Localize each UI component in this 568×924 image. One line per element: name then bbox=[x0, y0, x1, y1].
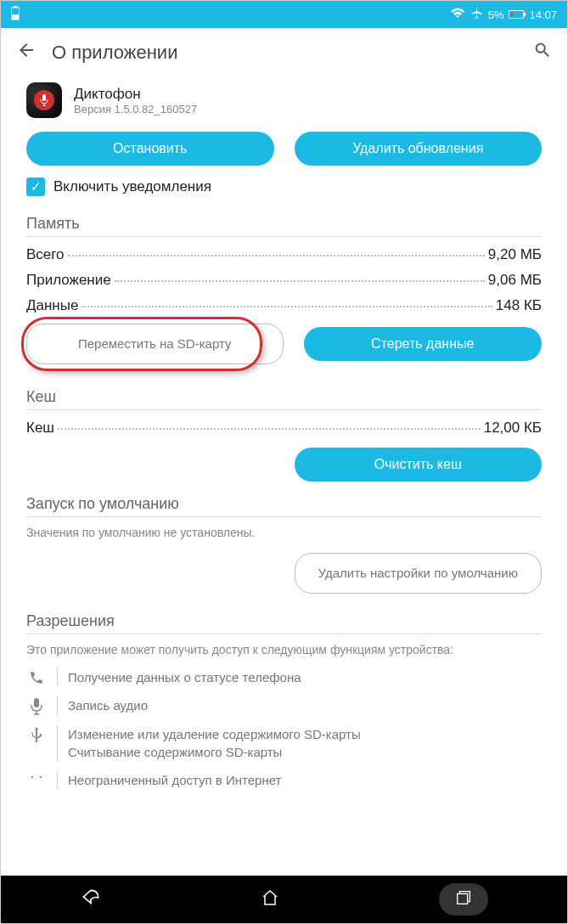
status-time: 14:07 bbox=[529, 8, 557, 21]
battery-percent: 5% bbox=[488, 8, 504, 21]
cache-row: Кеш 12,00 КБ bbox=[26, 415, 542, 441]
svg-rect-2 bbox=[12, 14, 19, 20]
navigation-bar bbox=[1, 876, 567, 923]
svg-rect-3 bbox=[42, 94, 46, 101]
memory-total-row: Всего 9,20 МБ bbox=[26, 242, 542, 268]
app-header: О приложении bbox=[1, 28, 567, 77]
checkbox-icon: ✓ bbox=[26, 177, 45, 196]
uninstall-updates-button[interactable]: Удалить обновления bbox=[295, 132, 543, 166]
clear-defaults-button[interactable]: Удалить настройки по умолчанию bbox=[295, 553, 543, 594]
svg-rect-5 bbox=[457, 893, 467, 904]
defaults-desc: Значения по умолчанию не установлены. bbox=[26, 522, 542, 546]
defaults-section-title: Запуск по умолчанию bbox=[26, 488, 542, 517]
phone-icon bbox=[26, 668, 47, 685]
clear-cache-button[interactable]: Очистить кеш bbox=[295, 448, 543, 482]
permissions-section-title: Разрешения bbox=[26, 606, 542, 634]
network-icon bbox=[26, 771, 47, 788]
nav-recent-icon[interactable] bbox=[439, 883, 488, 916]
stop-button[interactable]: Остановить bbox=[26, 132, 274, 166]
permission-phone-row: Получение данных о статусе телефона bbox=[26, 663, 542, 691]
permission-storage-row: Изменение или удаление содержимого SD-ка… bbox=[26, 720, 542, 766]
permission-internet-row: Неограниченный доступ в Интернет bbox=[26, 766, 542, 794]
nav-back-icon[interactable] bbox=[80, 887, 102, 912]
page-title: О приложении bbox=[52, 42, 518, 64]
app-version: Версия 1.5.0.82_160527 bbox=[74, 103, 197, 116]
mic-icon bbox=[26, 696, 47, 715]
permissions-desc: Это приложение может получить доступ к с… bbox=[26, 639, 542, 663]
nav-home-icon[interactable] bbox=[260, 887, 280, 911]
clear-data-button[interactable]: Стереть данные bbox=[304, 327, 543, 361]
notifications-checkbox-row[interactable]: ✓ Включить уведомления bbox=[1, 177, 567, 208]
back-arrow-icon[interactable] bbox=[16, 40, 37, 65]
usb-icon bbox=[26, 725, 47, 744]
svg-rect-4 bbox=[34, 698, 39, 707]
battery-charging-icon bbox=[11, 6, 20, 23]
memory-app-row: Приложение 9,06 МБ bbox=[26, 268, 542, 293]
airplane-icon bbox=[470, 7, 483, 22]
permission-audio-row: Запись аудио bbox=[26, 691, 542, 720]
app-info-row: Диктофон Версия 1.5.0.82_160527 bbox=[1, 77, 567, 132]
app-icon bbox=[26, 82, 62, 118]
memory-data-row: Данные 148 КБ bbox=[26, 293, 542, 318]
move-to-sd-button[interactable]: Переместить на SD-карту bbox=[26, 324, 284, 364]
wifi-icon bbox=[450, 8, 465, 22]
svg-rect-1 bbox=[14, 6, 17, 8]
status-bar: 5% 14:07 bbox=[1, 1, 567, 28]
search-icon[interactable] bbox=[533, 41, 552, 65]
battery-low-icon bbox=[509, 10, 524, 19]
notifications-label: Включить уведомления bbox=[53, 178, 211, 195]
memory-section-title: Память bbox=[26, 208, 542, 237]
cache-section-title: Кеш bbox=[26, 381, 542, 410]
app-name: Диктофон bbox=[74, 86, 197, 103]
